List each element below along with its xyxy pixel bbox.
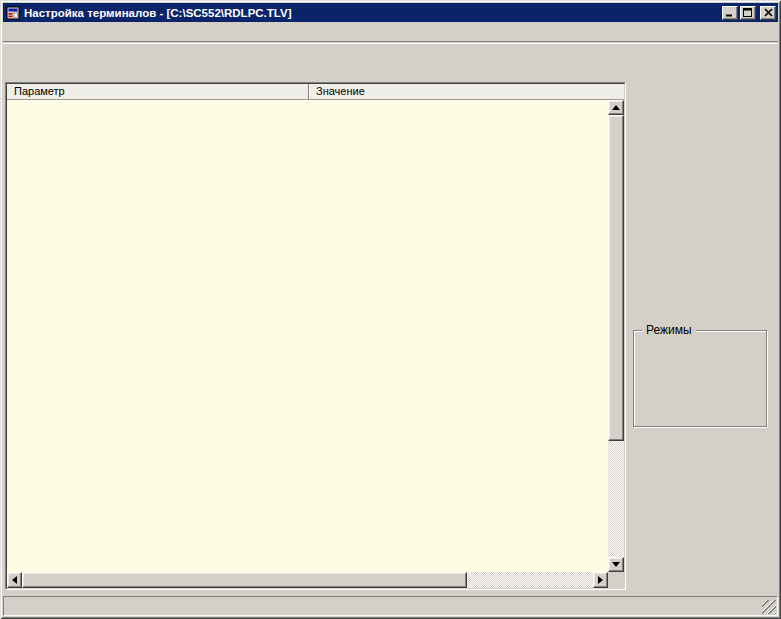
close-button[interactable] — [760, 6, 776, 20]
tree-table-body — [7, 100, 608, 572]
resize-grip[interactable] — [762, 600, 776, 614]
arrow-up-icon — [612, 101, 620, 110]
modes-group-title: Режимы — [642, 323, 696, 337]
status-bar — [3, 596, 778, 616]
arrow-left-icon — [8, 576, 17, 584]
horizontal-scrollbar[interactable] — [7, 572, 608, 588]
arrow-down-icon — [612, 562, 620, 571]
vertical-scroll-thumb[interactable] — [608, 115, 624, 441]
arrow-right-icon — [598, 576, 607, 584]
parameters-tree-table: Параметр Значение — [5, 82, 626, 590]
menu-bar — [3, 22, 778, 42]
window-title: Настройка терминалов - [C:\SC552\RDLPC.T… — [24, 7, 722, 19]
scroll-up-button[interactable] — [608, 100, 624, 115]
column-header-value[interactable]: Значение — [309, 84, 624, 99]
vertical-scrollbar[interactable] — [608, 100, 624, 572]
horizontal-scroll-thumb[interactable] — [22, 572, 467, 588]
toolbar — [3, 43, 778, 79]
scroll-down-button[interactable] — [608, 557, 624, 572]
window-controls — [722, 6, 776, 20]
tree-table-inner: Параметр Значение — [6, 83, 625, 589]
app-icon — [6, 6, 20, 20]
app-window: Настройка терминалов - [C:\SC552\RDLPC.T… — [0, 0, 781, 619]
maximize-button[interactable] — [740, 6, 756, 20]
minimize-button[interactable] — [722, 6, 738, 20]
title-bar[interactable]: Настройка терминалов - [C:\SC552\RDLPC.T… — [3, 3, 778, 22]
modes-groupbox: Режимы — [633, 330, 767, 427]
table-header: Параметр Значение — [7, 84, 624, 100]
minimize-icon — [725, 8, 735, 17]
column-header-parameter[interactable]: Параметр — [7, 84, 309, 99]
close-icon — [764, 8, 773, 17]
action-panel: Режимы — [628, 82, 777, 590]
scroll-left-button[interactable] — [7, 572, 22, 588]
maximize-icon — [743, 8, 753, 17]
scroll-right-button[interactable] — [593, 572, 608, 588]
